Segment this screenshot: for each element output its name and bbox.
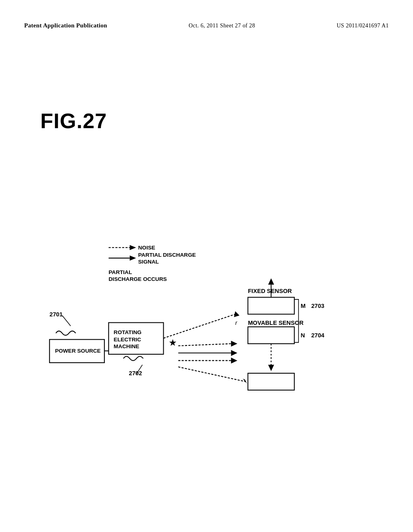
svg-line-4 — [62, 316, 71, 326]
rotating-machine-text3: MACHINE — [114, 343, 139, 349]
svg-marker-18 — [268, 365, 274, 371]
figure-label: FIG.27 — [40, 109, 107, 133]
rotating-machine-text2: ELECTRIC — [114, 337, 141, 343]
diagram-area: NOISE PARTIAL DISCHARGE SIGNAL PARTIAL D… — [24, 234, 387, 403]
svg-marker-3 — [130, 256, 136, 261]
fixed-sensor-box — [248, 297, 294, 314]
bottom-sensor-box — [248, 373, 294, 390]
header-patent-number: US 2011/0241697 A1 — [337, 23, 389, 29]
movable-sensor-box — [248, 327, 294, 344]
noise-label: NOISE — [138, 245, 155, 251]
fixed-sensor-m: M — [300, 303, 305, 309]
power-source-text: POWER SOURCE — [55, 348, 100, 354]
header-date-sheet: Oct. 6, 2011 Sheet 27 of 28 — [189, 23, 255, 29]
star-symbol: ★ — [169, 337, 177, 348]
fixed-sensor-label: FIXED SENSOR — [248, 288, 292, 294]
partial-discharge-occurs-label: PARTIAL — [108, 269, 132, 275]
svg-marker-1 — [130, 245, 136, 250]
svg-marker-16 — [268, 278, 274, 285]
power-source-id: 2701 — [50, 311, 63, 318]
movable-sensor-id: 2704 — [311, 332, 325, 339]
svg-line-7 — [163, 314, 235, 339]
diagram-svg: NOISE PARTIAL DISCHARGE SIGNAL PARTIAL D… — [24, 234, 387, 403]
fixed-sensor-id: 2703 — [311, 303, 325, 309]
movable-sensor-label: MOVABLE SENSOR — [248, 320, 304, 326]
svg-marker-12 — [231, 350, 238, 356]
svg-line-19 — [178, 367, 246, 382]
header-publication: Patent Application Publication — [24, 22, 107, 29]
movable-sensor-n: N — [300, 332, 305, 339]
svg-marker-20 — [243, 379, 247, 384]
partial-discharge-signal-label: PARTIAL DISCHARGE — [138, 252, 196, 258]
rotating-machine-id: 2702 — [129, 370, 142, 376]
partial-discharge-occurs-label2: DISCHARGE OCCURS — [108, 276, 167, 282]
svg-marker-10 — [231, 341, 238, 347]
rotating-machine-text1: ROTATING — [114, 329, 142, 335]
header: Patent Application Publication Oct. 6, 2… — [0, 22, 413, 29]
svg-marker-8 — [234, 311, 240, 317]
page: Patent Application Publication Oct. 6, 2… — [0, 0, 413, 532]
svg-line-9 — [178, 344, 231, 346]
svg-marker-14 — [231, 357, 238, 364]
partial-discharge-signal-label2: SIGNAL — [138, 259, 159, 265]
r-label: r — [235, 320, 238, 326]
